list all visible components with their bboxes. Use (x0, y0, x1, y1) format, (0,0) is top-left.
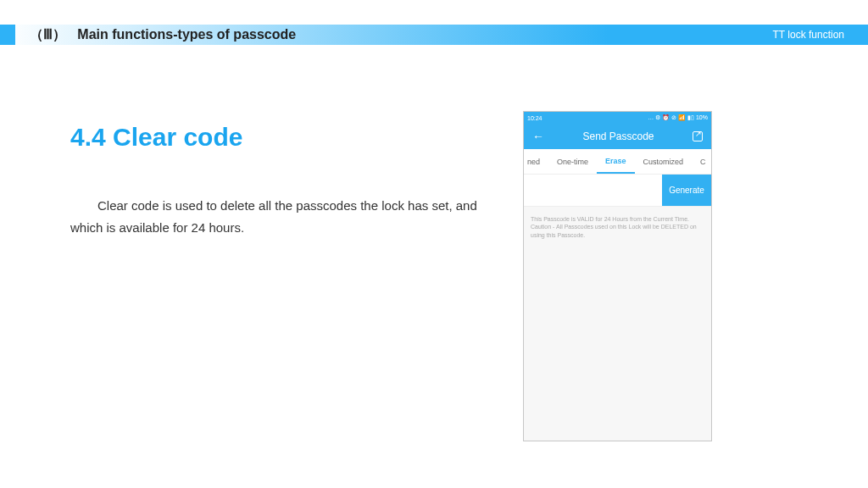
tab-erase[interactable]: Erase (597, 149, 635, 174)
header-title-text: Main functions-types of passcode (77, 27, 296, 42)
status-time: 10:24 (527, 115, 542, 121)
section-body: Clear code is used to delete all the pas… (70, 195, 477, 238)
app-bar-title: Send Passcode (544, 130, 693, 142)
status-icons: … ⚙ ⏰ ⊘ 📶 ▮▯ 10% (648, 114, 708, 121)
generate-row: Generate (524, 175, 711, 207)
back-icon[interactable] (532, 130, 544, 143)
note-area: This Passcode is VALID for 24 Hours from… (524, 207, 711, 441)
tab-ned[interactable]: ned (524, 149, 548, 174)
tab-customized[interactable]: Customized (635, 149, 693, 174)
header-accent (0, 25, 15, 45)
section-heading: 4.4 Clear code (70, 123, 242, 152)
section-marker: （Ⅲ） (30, 27, 66, 42)
header-right-label: TT lock function (773, 29, 844, 41)
phone-screenshot: 10:24 … ⚙ ⏰ ⊘ 📶 ▮▯ 10% Send Passcode ned… (523, 111, 712, 441)
tab-one-time[interactable]: One-time (548, 149, 597, 174)
share-icon[interactable] (693, 131, 703, 141)
status-bar: 10:24 … ⚙ ⏰ ⊘ 📶 ▮▯ 10% (524, 112, 711, 124)
generate-button[interactable]: Generate (662, 175, 711, 206)
tab-row: ned One-time Erase Customized C (524, 149, 711, 175)
tab-c[interactable]: C (692, 149, 708, 174)
app-bar: Send Passcode (524, 124, 711, 149)
slide-header: （Ⅲ） Main functions-types of passcode TT … (0, 25, 868, 45)
note-text: This Passcode is VALID for 24 Hours from… (531, 215, 704, 239)
header-title: （Ⅲ） Main functions-types of passcode (30, 26, 296, 44)
